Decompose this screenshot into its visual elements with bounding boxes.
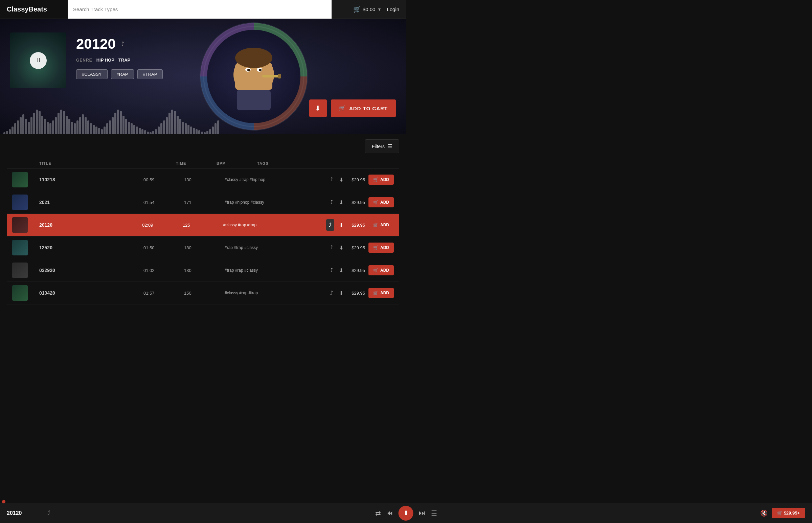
track-list: 110218 00:59 130 #classy #trap #hip hop … bbox=[7, 168, 399, 305]
table-header: TITLE TIME BPM TAGS bbox=[7, 159, 399, 168]
login-button[interactable]: Login bbox=[387, 6, 399, 12]
track-price-0: $29.95 bbox=[348, 177, 365, 182]
track-add-btn-0[interactable]: 🛒 ADD bbox=[368, 175, 394, 185]
track-title-4: 022920 bbox=[39, 268, 143, 273]
genre-trap: TRAP bbox=[119, 57, 130, 62]
track-download-4[interactable]: ⬇ bbox=[338, 266, 345, 275]
hero-add-to-cart-label: ADD TO CART bbox=[349, 106, 388, 111]
track-share-0[interactable]: ⤴ bbox=[329, 175, 334, 184]
track-share-3[interactable]: ⤴ bbox=[329, 243, 334, 252]
track-actions-1: ⤴ ⬇ $29.95 🛒 ADD bbox=[329, 197, 394, 208]
track-actions-4: ⤴ ⬇ $29.95 🛒 ADD bbox=[329, 265, 394, 275]
track-thumb-1 bbox=[12, 195, 28, 210]
track-time-1: 01:54 bbox=[143, 200, 184, 205]
cart-button[interactable]: 🛒 $0.00 ▼ bbox=[353, 6, 381, 13]
track-add-btn-5[interactable]: 🛒 ADD bbox=[368, 288, 394, 298]
filters-button[interactable]: Filters ☰ bbox=[365, 139, 399, 153]
track-row[interactable]: 2021 01:54 171 #trap #hiphop #classy ⤴ ⬇… bbox=[7, 191, 399, 214]
track-bpm-4: 130 bbox=[184, 268, 225, 273]
track-tags-4: #trap #rap #classy bbox=[225, 268, 329, 273]
track-tags-0: #classy #trap #hip hop bbox=[225, 177, 329, 182]
track-thumb-3 bbox=[12, 240, 28, 255]
track-download-1[interactable]: ⬇ bbox=[338, 198, 345, 207]
track-price-1: $29.95 bbox=[348, 200, 365, 205]
track-add-btn-2[interactable]: 🛒 ADD bbox=[368, 220, 394, 230]
track-thumb-2 bbox=[12, 217, 28, 233]
track-share-4[interactable]: ⤴ bbox=[329, 266, 334, 275]
track-share-5[interactable]: ⤴ bbox=[329, 289, 334, 297]
col-bpm: BPM bbox=[217, 161, 257, 165]
cart-icon-0: 🛒 bbox=[373, 177, 378, 182]
hero-actions: ⬇ 🛒 ADD TO CART bbox=[309, 100, 396, 117]
track-row[interactable]: 12520 01:50 180 #rap #trap #classy ⤴ ⬇ $… bbox=[7, 236, 399, 259]
col-title: TITLE bbox=[39, 161, 176, 165]
cart-amount: $0.00 bbox=[363, 6, 376, 12]
track-add-btn-4[interactable]: 🛒 ADD bbox=[368, 265, 394, 275]
track-bpm-5: 150 bbox=[184, 291, 225, 296]
album-art[interactable]: ⏸ bbox=[10, 33, 66, 88]
logo[interactable]: ClassyBeats bbox=[0, 0, 68, 19]
track-add-btn-3[interactable]: 🛒 ADD bbox=[368, 242, 394, 253]
track-time-3: 01:50 bbox=[143, 245, 184, 250]
track-title-1: 2021 bbox=[39, 200, 143, 205]
cart-icon-4: 🛒 bbox=[373, 268, 378, 273]
track-download-3[interactable]: ⬇ bbox=[338, 243, 345, 252]
cart-icon-3: 🛒 bbox=[373, 245, 378, 250]
track-row[interactable]: 010420 01:57 150 #classy #rap #trap ⤴ ⬇ … bbox=[7, 282, 399, 305]
hero-banner: ⏸ 20120 ⤴ GENRE HIP HOP TRAP #CLASSY #RA… bbox=[0, 19, 406, 134]
track-time-2: 02:09 bbox=[142, 222, 183, 228]
search-input[interactable] bbox=[73, 6, 326, 12]
track-price-3: $29.95 bbox=[348, 245, 365, 250]
filters-label: Filters bbox=[372, 144, 385, 149]
col-thumb bbox=[12, 161, 39, 165]
track-bpm-1: 171 bbox=[184, 200, 225, 205]
cart-icon: 🛒 bbox=[353, 6, 361, 13]
track-tags-1: #trap #hiphop #classy bbox=[225, 200, 329, 205]
tag-trap[interactable]: #TRAP bbox=[137, 69, 163, 79]
col-tags: TAGS bbox=[257, 161, 394, 165]
header: ClassyBeats 🛒 $0.00 ▼ Login bbox=[0, 0, 406, 19]
tag-rap[interactable]: #RAP bbox=[111, 69, 134, 79]
track-row[interactable]: 110218 00:59 130 #classy #trap #hip hop … bbox=[7, 168, 399, 191]
track-price-4: $29.95 bbox=[348, 268, 365, 273]
track-bpm-2: 125 bbox=[183, 222, 223, 228]
track-title-3: 12520 bbox=[39, 245, 143, 250]
track-tags-5: #classy #rap #trap bbox=[225, 291, 329, 295]
track-time-5: 01:57 bbox=[143, 291, 184, 296]
track-thumb-0 bbox=[12, 172, 28, 187]
track-add-btn-1[interactable]: 🛒 ADD bbox=[368, 197, 394, 208]
track-title-2: 20120 bbox=[39, 222, 142, 228]
track-actions-3: ⤴ ⬇ $29.95 🛒 ADD bbox=[329, 242, 394, 253]
track-thumb-5 bbox=[12, 285, 28, 301]
track-download-5[interactable]: ⬇ bbox=[338, 289, 345, 298]
track-share-2[interactable]: ⤴ bbox=[326, 219, 334, 231]
track-price-5: $29.95 bbox=[348, 291, 365, 296]
filter-icon: ☰ bbox=[387, 143, 392, 149]
track-time-0: 00:59 bbox=[143, 177, 184, 182]
track-row[interactable]: 20120 02:09 125 #classy #rap #trap ⤴ ⬇ $… bbox=[7, 214, 399, 236]
table-section: Filters ☰ TITLE TIME BPM TAGS 110218 00:… bbox=[0, 134, 406, 305]
track-time-4: 01:02 bbox=[143, 268, 184, 273]
tag-classy[interactable]: #CLASSY bbox=[76, 69, 108, 79]
cart-dropdown-icon: ▼ bbox=[377, 7, 381, 12]
hero-add-to-cart-button[interactable]: 🛒 ADD TO CART bbox=[331, 100, 396, 117]
hero-title: 20120 bbox=[76, 36, 116, 52]
pause-icon: ⏸ bbox=[36, 57, 42, 64]
hero-share-button[interactable]: ⤴ bbox=[121, 41, 124, 48]
track-title-5: 010420 bbox=[39, 290, 143, 296]
col-time: TIME bbox=[176, 161, 217, 165]
track-share-1[interactable]: ⤴ bbox=[329, 198, 334, 207]
track-row[interactable]: 022920 01:02 130 #trap #rap #classy ⤴ ⬇ … bbox=[7, 259, 399, 282]
search-bar bbox=[68, 0, 331, 19]
header-right: 🛒 $0.00 ▼ Login bbox=[331, 6, 406, 13]
hero-download-button[interactable]: ⬇ bbox=[309, 100, 327, 117]
track-actions-0: ⤴ ⬇ $29.95 🛒 ADD bbox=[329, 175, 394, 185]
track-download-0[interactable]: ⬇ bbox=[338, 175, 345, 184]
cart-icon-1: 🛒 bbox=[373, 200, 378, 205]
track-download-2[interactable]: ⬇ bbox=[338, 220, 345, 230]
cart-icon-5: 🛒 bbox=[373, 291, 378, 295]
track-actions-2: ⤴ ⬇ $29.95 🛒 ADD bbox=[326, 219, 394, 231]
cart-icon-hero: 🛒 bbox=[339, 105, 346, 111]
genre-hiphop: HIP HOP bbox=[96, 57, 114, 62]
track-price-2: $29.95 bbox=[348, 222, 365, 228]
